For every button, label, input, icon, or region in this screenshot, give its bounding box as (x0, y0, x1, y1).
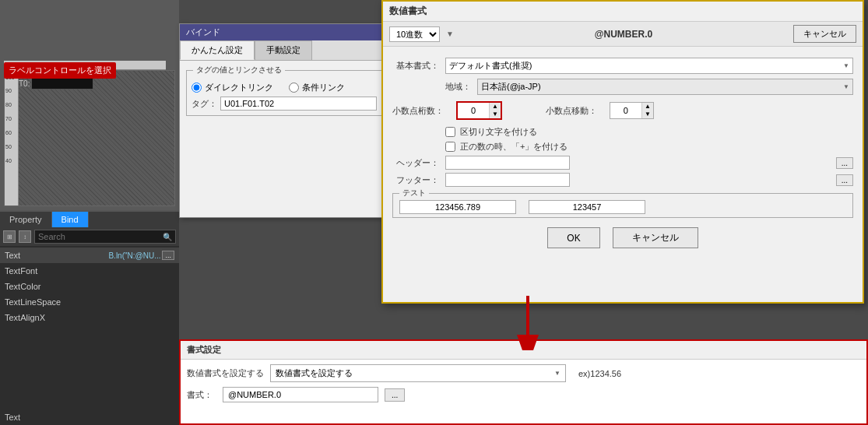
nfd-test-output (529, 200, 645, 214)
bind-dialog: バインド かんたん設定 手動設定 タグの値とリンクさせる ダイレクトリンク 条件… (179, 23, 389, 218)
bind-section-link: タグの値とリンクさせる ダイレクトリンク 条件リンク タグ： (186, 70, 382, 116)
formula-value-input[interactable] (223, 387, 378, 402)
nfd-basic-label: 基本書式： (392, 60, 439, 72)
ruler-mark-80: 80 (5, 102, 12, 107)
nfd-header-label: ヘッダー： (392, 157, 439, 169)
prop-name-textlinespace: TextLineSpace (5, 297, 174, 307)
prop-row-textalignx: TextAlignX (0, 310, 179, 325)
search-input[interactable] (38, 232, 161, 241)
nfd-test-section: テスト (392, 193, 853, 218)
ruler-mark-90: 90 (5, 88, 12, 93)
formula-select-label: 数値書式を設定する (187, 367, 264, 379)
nfd-check-separator-input[interactable] (445, 127, 455, 137)
canvas-area: 100 90 80 70 60 50 40 T0: ラベルコントロールを選択 (0, 0, 179, 210)
nfd-check-separator-label: 区切り文字を付ける (460, 126, 537, 138)
prop-row-textcolor: TextColor (0, 279, 179, 294)
sort-icon[interactable]: ↕ (19, 230, 31, 243)
nfd-decimal-spinbox: ▲ ▼ (456, 101, 502, 120)
prop-name-textalignx: TextAlignX (5, 313, 174, 322)
nfd-cancel-button[interactable]: キャンセル (613, 227, 698, 248)
nfd-decimal-move-buttons: ▲ ▼ (641, 103, 653, 118)
nfd-top-row: 10進数 ▼ @NUMBER.0 キャンセル (383, 22, 863, 47)
nfd-decimal-down-button[interactable]: ▼ (490, 111, 501, 118)
nfd-dropdown-arrow: ▼ (446, 30, 454, 38)
nfd-decimal-move-spinbox: ▲ ▼ (610, 102, 654, 119)
nfd-region-label: 地域： (445, 81, 471, 93)
nfd-format-code: @NUMBER.0 (595, 29, 652, 40)
bind-radio-direct-label: ダイレクトリンク (205, 82, 273, 93)
bind-tab-simple[interactable]: かんたん設定 (180, 40, 255, 60)
formula-select-value: 数値書式を設定する (276, 367, 353, 379)
design-frame: 100 90 80 70 60 50 40 T0: (4, 70, 175, 206)
bind-tag-input[interactable] (220, 97, 377, 111)
grid-icon[interactable]: ⊞ (3, 230, 16, 243)
formula-select-row: 数値書式を設定する 数値書式を設定する ▼ ex)1234.56 (181, 360, 866, 387)
nfd-header: 数値書式 (383, 2, 863, 22)
canvas-tag-box (31, 77, 93, 90)
nfd-basic-row: 基本書式： デフォルト書式(推奨) ▼ (392, 58, 853, 74)
nfd-check-plus-label: 正の数の時、「+」を付ける (460, 141, 568, 153)
formula-example: ex)1234.56 (578, 369, 621, 378)
nfd-header-row: ヘッダー： ... (392, 156, 853, 170)
nfd-footer-input[interactable] (445, 173, 570, 187)
nfd-check-plus-input[interactable] (445, 142, 455, 152)
nfd-region-value: 日本語(@ja-JP) (481, 81, 541, 93)
nfd-cancel-top-button[interactable]: キャンセル (793, 25, 856, 43)
tab-bind[interactable]: Bind (52, 212, 89, 227)
prop-ellipsis-text[interactable]: ... (162, 251, 174, 260)
nfd-check-separator: 区切り文字を付ける (445, 126, 853, 138)
ruler-mark-70: 70 (5, 116, 12, 121)
bind-section-title: タグの値とリンクさせる (193, 65, 285, 76)
nfd-region-row: 地域： 日本語(@ja-JP) ▼ (445, 79, 853, 95)
nfd-buttons: OK キャンセル (392, 227, 853, 248)
property-panel: Property Bind ⊞ ↕ 🔍 Text B.ln("N:@NU... … (0, 210, 179, 425)
nfd-footer-ellipsis[interactable]: ... (836, 174, 853, 186)
nfd-decimal-move-input[interactable] (610, 104, 641, 117)
red-arrow (504, 288, 551, 350)
nfd-body: 基本書式： デフォルト書式(推奨) ▼ 地域： 日本語(@ja-JP) ▼ 小数… (383, 47, 863, 255)
search-icon: 🔍 (163, 233, 172, 241)
prop-row-textlinespace: TextLineSpace (0, 294, 179, 310)
bind-radio-direct[interactable]: ダイレクトリンク (192, 82, 273, 93)
nfd-test-input[interactable] (399, 200, 516, 214)
nfd-region-select[interactable]: 日本語(@ja-JP) ▼ (477, 79, 853, 95)
bind-radio-condition-input[interactable] (289, 83, 299, 93)
search-box: 🔍 (34, 230, 176, 244)
bind-radio-condition[interactable]: 条件リンク (289, 82, 345, 93)
prop-row-text: Text B.ln("N:@NU... ... (0, 248, 179, 263)
nfd-ok-button[interactable]: OK (547, 227, 599, 248)
nfd-decimal-input[interactable] (458, 104, 489, 117)
bind-field-row: タグ： (192, 97, 377, 111)
nfd-move-up-button[interactable]: ▲ (642, 103, 653, 111)
prop-row-textfont: TextFont (0, 263, 179, 279)
nfd-header-input[interactable] (445, 156, 570, 170)
bind-radio-condition-label: 条件リンク (302, 82, 345, 93)
property-footer: Text (5, 413, 20, 422)
nfd-header-ellipsis[interactable]: ... (836, 157, 853, 169)
tab-property[interactable]: Property (0, 212, 52, 227)
property-rows: Text B.ln("N:@NU... ... TextFont TextCol… (0, 246, 179, 327)
formula-format-label: 書式： (187, 389, 216, 401)
nfd-basic-arrow: ▼ (843, 62, 849, 69)
ruler-mark-60: 60 (5, 130, 12, 135)
prop-name-text: Text (5, 251, 108, 260)
formula-ellipsis-button[interactable]: ... (385, 388, 405, 402)
bind-tab-manual[interactable]: 手動設定 (255, 40, 312, 60)
number-format-dialog: 数値書式 10進数 ▼ @NUMBER.0 キャンセル 基本書式： デフォルト書… (381, 0, 864, 304)
nfd-basic-dropdown[interactable]: デフォルト書式(推奨) ▼ (445, 58, 853, 74)
bind-radio-row: ダイレクトリンク 条件リンク (192, 82, 377, 93)
nfd-footer-row: フッター： ... (392, 173, 853, 187)
hatched-bg (5, 71, 174, 205)
nfd-move-down-button[interactable]: ▼ (642, 111, 653, 118)
nfd-basic-value: デフォルト書式(推奨) (449, 60, 532, 72)
property-tabs: Property Bind (0, 212, 179, 227)
nfd-test-title: テスト (399, 188, 429, 198)
formula-format-row: 書式： ... (181, 387, 866, 407)
nfd-format-type-select[interactable]: 10進数 (389, 26, 440, 42)
formula-select-dropdown[interactable]: 数値書式を設定する ▼ (270, 364, 566, 382)
nfd-decimal-up-button[interactable]: ▲ (490, 103, 501, 111)
bind-dialog-title: バインド (180, 24, 388, 40)
prop-name-textfont: TextFont (5, 266, 174, 276)
ruler-mark-40: 40 (5, 158, 12, 163)
bind-radio-direct-input[interactable] (192, 83, 202, 93)
